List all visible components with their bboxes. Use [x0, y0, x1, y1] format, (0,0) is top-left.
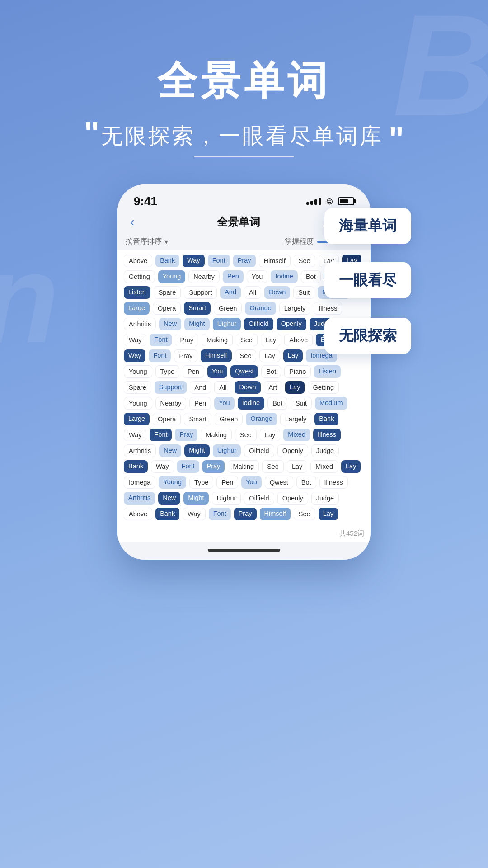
word-chip[interactable]: Pray: [174, 349, 197, 362]
word-chip[interactable]: Largely: [279, 302, 311, 315]
word-chip[interactable]: Lay: [259, 349, 280, 362]
word-chip[interactable]: Above: [124, 255, 152, 267]
word-chip[interactable]: Bot: [296, 476, 316, 489]
word-chip[interactable]: See: [294, 508, 315, 520]
word-chip[interactable]: Type: [189, 476, 213, 489]
word-chip[interactable]: Smart: [184, 302, 211, 315]
word-chip[interactable]: Medium: [315, 397, 347, 410]
back-button[interactable]: ‹: [130, 215, 134, 229]
word-chip[interactable]: Iodine: [238, 397, 265, 410]
word-chip[interactable]: Type: [155, 365, 179, 378]
word-chip[interactable]: See: [236, 334, 258, 346]
word-chip[interactable]: And: [190, 381, 211, 394]
word-chip[interactable]: Way: [124, 349, 145, 362]
word-chip[interactable]: Illness: [313, 429, 341, 441]
word-chip[interactable]: Might: [184, 444, 209, 457]
word-chip[interactable]: New: [159, 444, 181, 457]
word-chip[interactable]: You: [207, 365, 227, 378]
word-chip[interactable]: Making: [228, 460, 259, 473]
word-chip[interactable]: Font: [177, 460, 199, 473]
word-chip[interactable]: Pen: [223, 270, 244, 283]
word-chip[interactable]: Illness: [314, 302, 342, 315]
sort-filter[interactable]: 按音序排序 ▾: [126, 237, 168, 246]
word-chip[interactable]: Way: [124, 429, 146, 441]
word-chip[interactable]: Above: [124, 508, 152, 520]
word-chip[interactable]: Way: [124, 334, 146, 346]
word-chip[interactable]: Orange: [245, 302, 276, 315]
word-chip[interactable]: Listen: [314, 365, 341, 378]
word-chip[interactable]: Way: [183, 255, 204, 267]
word-chip[interactable]: All: [244, 286, 261, 299]
word-chip[interactable]: Pray: [234, 508, 257, 520]
word-chip[interactable]: Above: [284, 334, 313, 346]
word-chip[interactable]: Himself: [260, 508, 291, 520]
word-chip[interactable]: Bot: [267, 397, 287, 410]
word-chip[interactable]: Making: [201, 429, 232, 441]
word-chip[interactable]: And: [220, 286, 241, 299]
word-chip[interactable]: Illness: [319, 476, 348, 489]
word-chip[interactable]: Largely: [280, 413, 312, 425]
word-chip[interactable]: Large: [124, 302, 150, 315]
word-chip[interactable]: Qwest: [230, 365, 258, 378]
word-chip[interactable]: Large: [124, 413, 150, 425]
word-chip[interactable]: Openly: [277, 318, 306, 330]
word-chip[interactable]: Himself: [259, 255, 291, 267]
word-chip[interactable]: See: [294, 255, 315, 267]
word-chip[interactable]: Getting: [124, 270, 155, 283]
word-chip[interactable]: Opera: [153, 413, 181, 425]
word-chip[interactable]: Iodine: [271, 270, 298, 283]
word-chip[interactable]: You: [241, 476, 261, 489]
word-chip[interactable]: Might: [184, 318, 209, 330]
word-chip[interactable]: Bank: [155, 508, 179, 520]
word-chip[interactable]: New: [159, 318, 181, 330]
word-chip[interactable]: Pray: [233, 255, 256, 267]
word-chip[interactable]: Arthritis: [124, 492, 155, 505]
word-chip[interactable]: Opera: [153, 302, 181, 315]
word-chip[interactable]: Arthritis: [124, 318, 156, 330]
word-chip[interactable]: Making: [202, 334, 233, 346]
word-chip[interactable]: Bank: [155, 255, 179, 267]
word-chip[interactable]: Lay: [287, 460, 307, 473]
word-chip[interactable]: Uighur: [213, 444, 241, 457]
word-chip[interactable]: Himself: [201, 349, 231, 362]
word-chip[interactable]: Lay: [283, 349, 303, 362]
word-chip[interactable]: Smart: [184, 413, 211, 425]
word-chip[interactable]: Pen: [183, 365, 204, 378]
word-chip[interactable]: Green: [214, 302, 242, 315]
word-chip[interactable]: Font: [150, 334, 172, 346]
word-chip[interactable]: See: [235, 349, 257, 362]
word-chip[interactable]: Getting: [308, 381, 339, 394]
word-chip[interactable]: Way: [183, 508, 205, 520]
word-chip[interactable]: You: [214, 397, 234, 410]
word-chip[interactable]: Font: [208, 255, 230, 267]
word-chip[interactable]: Suit: [293, 286, 314, 299]
word-chip[interactable]: See: [262, 460, 284, 473]
word-chip[interactable]: Lay: [261, 334, 281, 346]
word-chip[interactable]: Openly: [277, 492, 308, 505]
word-chip[interactable]: Spare: [154, 286, 181, 299]
word-chip[interactable]: You: [247, 270, 267, 283]
word-chip[interactable]: Oilfield: [244, 318, 273, 330]
word-chip[interactable]: Mixed: [283, 429, 310, 441]
word-chip[interactable]: See: [235, 429, 257, 441]
word-chip[interactable]: Down: [264, 286, 290, 299]
word-chip[interactable]: Young: [124, 397, 152, 410]
word-chip[interactable]: Nearby: [155, 397, 187, 410]
word-chip[interactable]: Pray: [202, 460, 225, 473]
word-chip[interactable]: Oilfield: [244, 444, 274, 457]
word-chip[interactable]: Down: [235, 381, 260, 394]
word-chip[interactable]: Font: [150, 429, 172, 441]
word-chip[interactable]: Mixed: [310, 460, 338, 473]
word-chip[interactable]: Listen: [124, 286, 150, 299]
word-chip[interactable]: Green: [215, 413, 243, 425]
word-chip[interactable]: Support: [184, 286, 217, 299]
word-chip[interactable]: Young: [159, 476, 186, 489]
word-chip[interactable]: Oilfield: [244, 492, 274, 505]
word-chip[interactable]: Judge: [311, 492, 339, 505]
word-chip[interactable]: Nearby: [188, 270, 220, 283]
word-chip[interactable]: Bank: [314, 413, 338, 425]
word-chip[interactable]: Lay: [285, 381, 305, 394]
word-chip[interactable]: Support: [155, 381, 187, 394]
word-chip[interactable]: Pray: [175, 334, 198, 346]
word-chip[interactable]: Spare: [124, 381, 151, 394]
